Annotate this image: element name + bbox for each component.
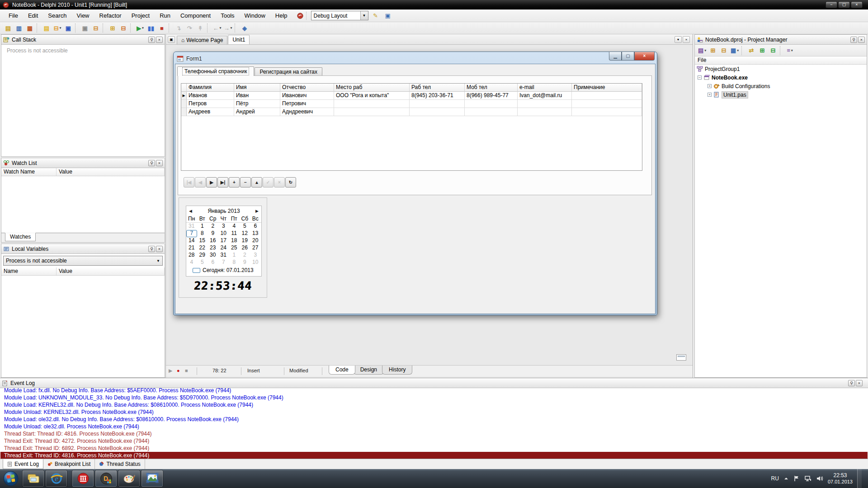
local-variables-scope-combo[interactable]: Process is not accessible ▼ <box>3 256 163 266</box>
toolbar-button[interactable]: ▤ ▾ <box>41 23 52 33</box>
toolbar-button[interactable]: ↟ ▾ <box>195 23 206 33</box>
event-log-line[interactable]: Module Load: ole32.dll. No Debug Info. B… <box>0 416 868 423</box>
calendar-day[interactable]: 1 <box>229 252 240 259</box>
calendar-day[interactable]: 6 <box>250 223 261 230</box>
toolbar-button[interactable]: ▶ ▾ <box>135 23 146 33</box>
grid-cell[interactable] <box>572 92 642 100</box>
taskbar-photo-viewer-button[interactable] <box>141 470 163 487</box>
chevron-down-icon[interactable]: ▾ <box>704 49 706 52</box>
pin-icon[interactable]: ⚲ <box>848 380 855 386</box>
close-button[interactable]: × <box>851 1 863 8</box>
toolbar-button[interactable]: ▾ <box>75 23 78 33</box>
taskbar-internet-explorer-button[interactable]: e <box>45 470 67 487</box>
grid-cell[interactable]: Иванович <box>280 92 334 100</box>
tab-design[interactable]: Design <box>354 366 384 375</box>
toolbar-button[interactable]: ≡ ▾ <box>784 45 795 56</box>
taskbar-rad-studio-button[interactable] <box>72 470 94 487</box>
calendar-day[interactable]: 9 <box>208 230 218 237</box>
collapse-icon[interactable]: − <box>698 75 702 80</box>
chevron-down-icon[interactable]: ▾ <box>737 49 739 52</box>
calendar-day[interactable]: 31 <box>218 252 229 259</box>
event-log-line[interactable]: Module Unload: KERNEL32.dll. Process Not… <box>0 408 868 416</box>
navigator-button[interactable]: ↻ <box>285 177 296 188</box>
toolbar-button[interactable]: ▤ ▾ <box>697 45 708 56</box>
event-log-line[interactable]: Module Load: KERNEL32.dll. No Debug Info… <box>0 401 868 408</box>
menu-item[interactable]: Run <box>155 10 175 21</box>
event-log-line[interactable]: Module Load: fx.dll. No Debug Info. Base… <box>0 388 868 394</box>
grid-cell[interactable] <box>465 100 518 108</box>
event-log-line[interactable]: Thread Exit: Thread ID: 6892. Process No… <box>0 445 868 452</box>
grid-column-header[interactable]: Отчество <box>280 84 334 92</box>
toolbar-button[interactable]: ← ▾ <box>212 23 222 33</box>
chevron-down-icon[interactable]: ▾ <box>791 49 793 52</box>
toolbar-button[interactable]: ⊟ ▾ <box>90 23 101 33</box>
chevron-down-icon[interactable]: ▼ <box>154 259 162 263</box>
calendar-day[interactable]: 4 <box>229 223 240 230</box>
grid-cell[interactable]: Адндреевич <box>280 108 334 116</box>
grid-column-header[interactable]: Раб тел <box>410 84 465 92</box>
grid-row[interactable]: Петров Пётр Петрович <box>181 100 642 108</box>
toolbar-button[interactable]: ▾ <box>235 23 238 33</box>
action-center-flag-icon[interactable] <box>793 475 800 482</box>
toolbar-button[interactable]: ▤ ▾ <box>3 23 14 33</box>
calendar-day[interactable]: 2 <box>208 223 218 230</box>
calendar-day[interactable]: 5 <box>197 259 208 266</box>
toolbar-button[interactable]: → ▾ <box>222 23 233 33</box>
navigator-button[interactable]: ✓ <box>263 177 274 188</box>
pin-icon[interactable]: ⚲ <box>148 37 155 43</box>
toolbar-button[interactable]: ⊟ ▾ <box>118 23 129 33</box>
grid-cell[interactable]: Петрович <box>280 100 334 108</box>
grid-cell[interactable] <box>572 100 642 108</box>
calendar-day[interactable]: 28 <box>186 252 197 259</box>
show-desktop-button[interactable] <box>857 469 862 488</box>
grid-cell[interactable]: Ivan_dot@mail.ru <box>518 92 572 100</box>
tab-breakpoint-list[interactable]: Breakpoint List <box>43 459 95 469</box>
tab-phonebook[interactable]: Телефонный справочник <box>177 66 254 76</box>
calendar-day[interactable]: 2 <box>240 252 250 259</box>
menu-item[interactable]: Search <box>43 10 71 21</box>
navigator-button[interactable]: ▶ <box>206 177 217 188</box>
tab-list-icon[interactable]: ▣ <box>168 36 175 43</box>
navigator-button[interactable]: − <box>240 177 251 188</box>
event-log-line[interactable]: Module Unload: ole32.dll. Process NoteBo… <box>0 423 868 430</box>
close-icon[interactable]: × <box>156 37 163 43</box>
close-icon[interactable]: × <box>156 246 163 252</box>
toolbar-button[interactable]: ⊞ ▾ <box>107 23 118 33</box>
tray-clock[interactable]: 22:53 07.01.2013 <box>828 472 853 485</box>
event-log-line[interactable]: Thread Exit: Thread ID: 4272. Process No… <box>0 437 868 445</box>
calendar-day[interactable]: 25 <box>229 244 240 252</box>
calendar-day[interactable]: 31 <box>186 223 197 230</box>
tab-unit1[interactable]: Unit1 <box>228 35 250 44</box>
calendar-day[interactable]: 6 <box>208 259 218 266</box>
menu-item[interactable]: File <box>4 10 23 21</box>
grid-row[interactable]: Иванов Иван Иванович ООО "Рога и копыта"… <box>181 92 642 100</box>
navigator-button[interactable]: ▲ <box>251 177 262 188</box>
tab-code[interactable]: Code <box>329 366 355 375</box>
grid-cell[interactable]: 8(945) 203-36-71 <box>410 92 465 100</box>
toolbar-button[interactable]: ⇄ ▾ <box>746 45 757 56</box>
toolbar-button[interactable]: ⊞ ▾ <box>757 45 768 56</box>
calendar-day[interactable]: 18 <box>229 237 240 244</box>
calendar-day[interactable]: 10 <box>218 230 229 237</box>
toolbar-button[interactable]: ▾ <box>207 23 210 33</box>
calendar-day[interactable]: 12 <box>240 230 250 237</box>
language-indicator[interactable]: RU <box>771 475 779 482</box>
calendar-day[interactable]: 3 <box>218 223 229 230</box>
grid-cell[interactable] <box>518 108 572 116</box>
grid-cell[interactable] <box>518 100 572 108</box>
taskbar-paint-button[interactable] <box>118 470 140 487</box>
pin-icon[interactable]: ⚲ <box>148 160 155 166</box>
event-log-line[interactable]: Module Load: UNKNOWN_MODULE_33. No Debug… <box>0 394 868 401</box>
calendar-day[interactable]: 7 <box>186 230 197 237</box>
menu-item[interactable]: Edit <box>23 10 43 21</box>
calendar-prev-icon[interactable]: ◀ <box>189 209 192 213</box>
calendar-day[interactable]: 23 <box>208 244 218 252</box>
toolbar-button[interactable]: ▾ <box>741 46 745 55</box>
maximize-button[interactable]: ▢ <box>838 1 850 8</box>
calendar-month-title[interactable]: Январь 2013 <box>192 208 255 214</box>
grid-cell[interactable] <box>410 100 465 108</box>
grid-cell[interactable] <box>334 108 410 116</box>
taskbar-windows-explorer-button[interactable] <box>22 470 44 487</box>
calendar-day[interactable]: 15 <box>197 237 208 244</box>
tab-event-log[interactable]: Event Log <box>3 459 43 469</box>
